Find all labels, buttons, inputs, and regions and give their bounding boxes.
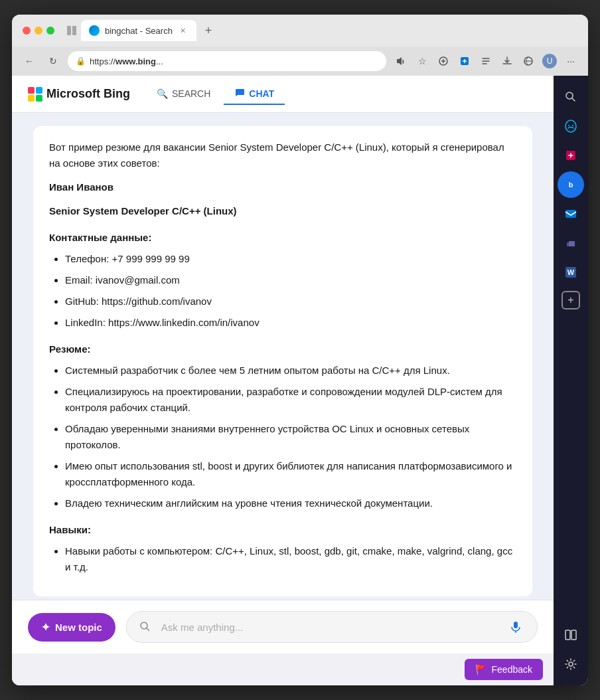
- search-tab-icon: 🔍: [157, 88, 168, 99]
- sidebar-search-icon[interactable]: [558, 84, 584, 110]
- svg-rect-0: [67, 26, 71, 35]
- resume-title: Senior System Developer C/C++ (Linux): [49, 203, 516, 219]
- url-field[interactable]: 🔒 https://www.bing...: [68, 51, 386, 71]
- traffic-lights: [23, 27, 54, 35]
- search-tab[interactable]: 🔍 SEARCH: [146, 83, 221, 105]
- contact-email: Email: ivanov@gmail.com: [65, 272, 516, 288]
- sidebar-settings-icon[interactable]: [558, 651, 584, 677]
- feedback-bar: 🚩 Feedback: [12, 654, 554, 685]
- new-topic-icon: ✦: [41, 621, 50, 634]
- summary-label: Резюме:: [49, 341, 516, 357]
- extension-icon1[interactable]: [434, 52, 453, 70]
- bing-nav: 🔍 SEARCH CHAT: [146, 83, 285, 105]
- read-aloud-icon[interactable]: [392, 52, 410, 70]
- new-topic-button[interactable]: ✦ New topic: [28, 613, 115, 642]
- summary-item-5: Владею техническим английским на уровне …: [65, 495, 516, 511]
- contact-github: GitHub: https://github.com/ivanov: [65, 294, 516, 309]
- new-topic-label: New topic: [55, 622, 102, 633]
- summary-list: Системный разработчик с более чем 5 летн…: [65, 363, 516, 511]
- svg-point-20: [569, 662, 573, 666]
- sidebar-bing-icon[interactable]: b: [558, 171, 584, 198]
- summary-item-4: Имею опыт использования stl, boost и дру…: [65, 458, 516, 490]
- svg-rect-18: [565, 630, 570, 640]
- lock-icon: 🔒: [76, 56, 86, 66]
- vpn-icon[interactable]: [519, 52, 538, 70]
- contacts-list: Телефон: +7 999 999 99 99 Email: ivanov@…: [65, 251, 516, 331]
- contact-linkedin: LinkedIn: https://www.linkedin.com/in/iv…: [65, 315, 516, 331]
- browser-content: Microsoft Bing 🔍 SEARCH CHAT: [12, 76, 588, 685]
- contacts-label: Контактные данные:: [49, 230, 516, 246]
- sidebar-teams-icon[interactable]: [558, 230, 584, 256]
- sidebar-word-icon[interactable]: W: [558, 259, 584, 286]
- new-tab-button[interactable]: +: [199, 21, 218, 40]
- sidebar-outlook-icon[interactable]: [558, 201, 584, 227]
- chat-tab-icon: [234, 87, 245, 100]
- summary-item-2: Специализируюсь на проектировании, разра…: [65, 384, 516, 416]
- more-tools-icon[interactable]: ···: [562, 52, 580, 70]
- browser-tab[interactable]: bingchat - Search ✕: [81, 20, 196, 41]
- svg-point-10: [568, 125, 569, 126]
- chat-input-placeholder: Ask me anything...: [161, 622, 497, 633]
- extension-icon3[interactable]: [477, 52, 495, 70]
- svg-rect-6: [514, 622, 518, 628]
- address-bar: ← ↻ 🔒 https://www.bing... ☆: [12, 46, 588, 76]
- search-tab-label: SEARCH: [172, 88, 210, 99]
- summary-item-3: Обладаю уверенными знаниями внутреннего …: [65, 421, 516, 453]
- tab-favicon: [89, 25, 100, 36]
- tab-close-icon[interactable]: ✕: [178, 25, 188, 36]
- skills-list: Навыки работы с компьютером: C/C++, Linu…: [65, 543, 516, 575]
- svg-rect-19: [571, 630, 576, 640]
- sidebar-add-extension-button[interactable]: +: [562, 291, 580, 309]
- chat-tab[interactable]: CHAT: [224, 83, 285, 105]
- summary-item-1: Системный разработчик с более чем 5 летн…: [65, 363, 516, 379]
- tab-bar: bingchat - Search ✕ +: [65, 20, 577, 41]
- sidebar-split-view-icon[interactable]: [558, 622, 584, 648]
- maximize-button[interactable]: [46, 27, 54, 35]
- bing-logo-icon: [28, 87, 42, 102]
- svg-rect-15: [565, 210, 576, 218]
- chat-input-icon: [137, 619, 153, 635]
- toolbar-icons: ☆: [392, 52, 580, 70]
- chat-response-bubble: Вот пример резюме для вакансии Senior Sy…: [33, 126, 532, 596]
- logo-square-green: [36, 95, 42, 102]
- skills-label: Навыки:: [49, 522, 516, 538]
- chat-input-field[interactable]: Ask me anything...: [126, 611, 538, 643]
- extension-icon2[interactable]: [455, 52, 474, 70]
- input-area: ✦ New topic Ask me anything...: [12, 600, 554, 654]
- bing-brand-text: Microsoft Bing: [46, 87, 130, 101]
- svg-point-9: [565, 120, 576, 132]
- sidebar-toggle-icon[interactable]: [65, 24, 78, 37]
- downloads-icon[interactable]: [498, 52, 516, 70]
- feedback-label: Feedback: [492, 664, 532, 675]
- chat-tab-label: CHAT: [249, 88, 274, 99]
- chat-intro: Вот пример резюме для вакансии Senior Sy…: [49, 139, 516, 171]
- title-bar: bingchat - Search ✕ +: [12, 15, 588, 46]
- right-sidebar: b W +: [554, 76, 588, 685]
- contact-phone: Телефон: +7 999 999 99 99: [65, 251, 516, 267]
- skills-item-1: Навыки работы с компьютером: C/C++, Linu…: [65, 543, 516, 575]
- logo-square-yellow: [28, 95, 35, 102]
- profile-avatar[interactable]: U: [540, 52, 559, 70]
- feedback-button[interactable]: 🚩 Feedback: [465, 659, 543, 680]
- minimize-button[interactable]: [35, 27, 42, 35]
- svg-rect-1: [72, 26, 76, 35]
- logo-square-blue: [36, 87, 42, 94]
- main-content: Microsoft Bing 🔍 SEARCH CHAT: [12, 76, 554, 685]
- close-button[interactable]: [23, 27, 31, 35]
- sidebar-copilot-icon[interactable]: [558, 113, 584, 139]
- logo-square-red: [28, 87, 35, 94]
- resume-name: Иван Иванов: [49, 179, 516, 195]
- bing-header: Microsoft Bing 🔍 SEARCH CHAT: [12, 76, 554, 113]
- svg-text:W: W: [567, 268, 575, 276]
- bing-logo: Microsoft Bing: [28, 87, 130, 102]
- back-button[interactable]: ←: [20, 52, 38, 70]
- sidebar-tools-icon[interactable]: [558, 142, 584, 169]
- chat-area[interactable]: Вот пример резюме для вакансии Senior Sy…: [12, 113, 554, 600]
- feedback-icon: 🚩: [475, 664, 487, 675]
- microphone-icon[interactable]: [505, 616, 526, 638]
- svg-point-11: [572, 125, 573, 126]
- reload-button[interactable]: ↻: [44, 52, 62, 70]
- favorites-icon[interactable]: ☆: [413, 52, 431, 70]
- url-text: https://www.bing...: [90, 56, 163, 66]
- tab-title: bingchat - Search: [105, 26, 173, 36]
